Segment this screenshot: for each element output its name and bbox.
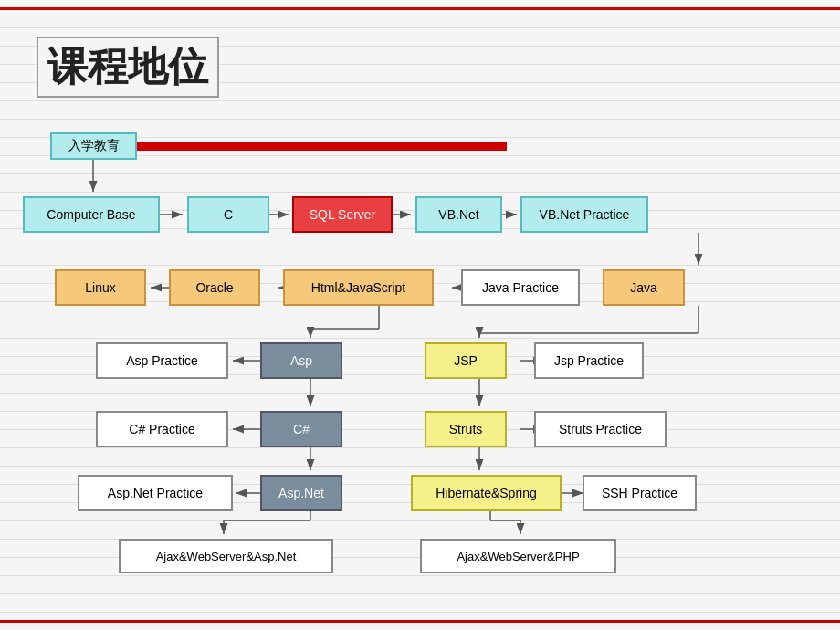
node-ajax-asp: Ajax&WebServer&Asp.Net [119,539,333,573]
node-computer-base: Computer Base [23,196,160,233]
node-oracle: Oracle [169,269,260,306]
node-asp: Asp [260,342,342,379]
node-jsp-practice: Jsp Practice [534,342,644,379]
node-ssh-practice: SSH Practice [583,475,697,511]
node-vb-net-practice: VB.Net Practice [520,196,648,233]
node-java-practice: Java Practice [461,269,580,306]
node-asp-practice: Asp Practice [96,342,228,379]
node-vb-net: VB.Net [415,196,502,233]
red-line-top [0,7,840,10]
node-sql-server: SQL Server [292,196,393,233]
node-linux: Linux [55,269,146,306]
page-title: 课程地位 [37,37,219,98]
node-asp-net: Asp.Net [260,475,342,511]
node-c: C [187,196,269,233]
node-hibernate-spring: Hibernate&Spring [411,475,562,511]
node-struts-practice: Struts Practice [534,411,667,447]
node-ajax-php: Ajax&WebServer&PHP [420,539,616,573]
node-java: Java [603,269,685,306]
red-line-bottom [0,620,840,623]
node-entry-edu: 入学教育 [50,132,137,160]
node-jsp: JSP [425,342,507,379]
node-html-js: Html&JavaScript [283,269,434,306]
node-asp-net-practice: Asp.Net Practice [78,475,233,511]
node-csharp: C# [260,411,342,447]
node-csharp-practice: C# Practice [96,411,228,447]
slide: 课程地位 [0,0,840,630]
node-struts: Struts [425,411,507,447]
